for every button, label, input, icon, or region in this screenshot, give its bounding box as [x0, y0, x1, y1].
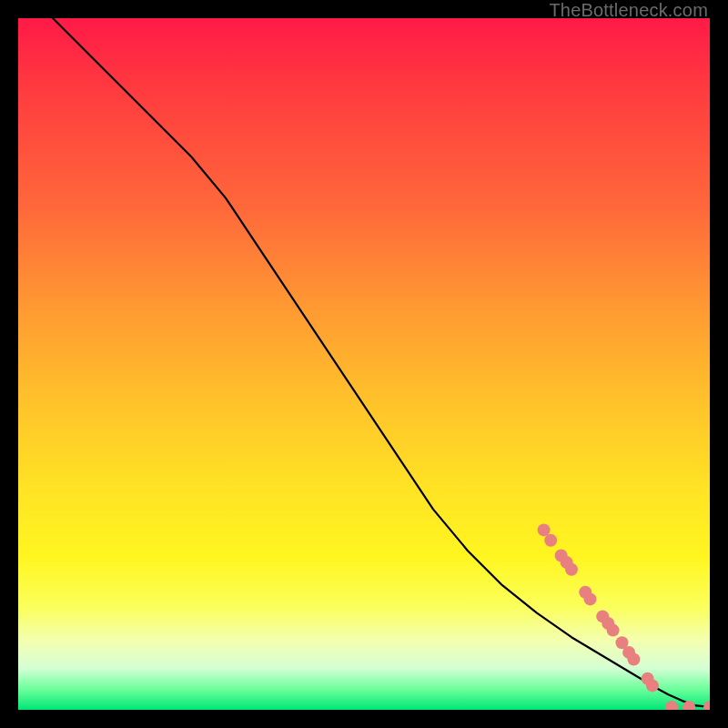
data-marker — [703, 701, 710, 710]
curve-line — [53, 18, 710, 707]
data-marker — [646, 679, 659, 692]
chart-svg — [18, 18, 710, 710]
data-marker — [584, 592, 597, 605]
data-marker — [565, 563, 578, 576]
data-marker — [607, 624, 620, 637]
data-marker — [627, 653, 640, 666]
chart-frame: TheBottleneck.com — [0, 0, 728, 728]
data-marker — [538, 523, 551, 536]
plot-area — [18, 18, 710, 710]
data-marker — [544, 534, 557, 547]
data-marker — [665, 701, 678, 710]
